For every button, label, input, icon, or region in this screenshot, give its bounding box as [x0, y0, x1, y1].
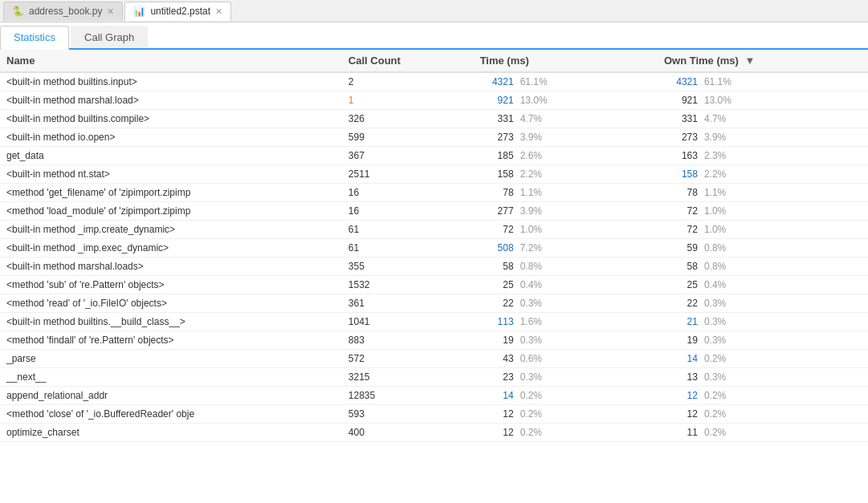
time-value: 12 — [480, 427, 514, 438]
owntime-value: 78 — [664, 187, 698, 198]
cell-owntime: 190.3% — [658, 331, 868, 350]
table-row[interactable]: <method 'sub' of 're.Pattern' objects>15… — [0, 276, 868, 294]
owntime-value: 163 — [664, 150, 698, 161]
cell-name: <method 'get_filename' of 'zipimport.zip… — [0, 184, 342, 202]
cell-time: 120.2% — [474, 424, 658, 442]
cell-owntime: 721.0% — [658, 221, 868, 239]
table-row[interactable]: __next__3215230.3%130.3% — [0, 368, 868, 387]
cell-count: 599 — [342, 128, 474, 147]
table-row[interactable]: <method 'close' of '_io.BufferedReader' … — [0, 405, 868, 424]
file-tab-pstat-label: untitled2.pstat — [150, 6, 210, 17]
cell-name: <method 'read' of '_io.FileIO' objects> — [0, 294, 342, 313]
owntime-value: 72 — [664, 224, 698, 235]
cell-time: 1131.6% — [474, 313, 658, 331]
time-percent: 7.2% — [520, 242, 542, 254]
cell-owntime: 140.2% — [658, 350, 868, 368]
cell-name: <built-in method builtins.input> — [0, 72, 342, 91]
time-value: 19 — [480, 335, 514, 346]
table-row[interactable]: <built-in method _imp.exec_dynamic>61508… — [0, 239, 868, 258]
cell-count: 355 — [342, 258, 474, 276]
time-percent: 1.1% — [520, 187, 542, 198]
cell-owntime: 1632.3% — [658, 147, 868, 165]
cell-name: <built-in method io.open> — [0, 128, 342, 147]
sort-arrow-icon: ▼ — [745, 55, 756, 67]
table-row[interactable]: <built-in method marshal.load>192113.0%9… — [0, 91, 868, 110]
owntime-percent: 1.1% — [704, 187, 726, 198]
time-percent: 3.9% — [520, 205, 542, 217]
time-percent: 0.8% — [520, 261, 542, 272]
table-row[interactable]: <built-in method nt.stat>25111582.2%1582… — [0, 165, 868, 184]
time-percent: 0.2% — [520, 427, 542, 438]
cell-count: 572 — [342, 350, 474, 368]
cell-count: 12835 — [342, 387, 474, 405]
col-header-callcount[interactable]: Call Count — [342, 50, 474, 72]
table-row[interactable]: <method 'findall' of 're.Pattern' object… — [0, 331, 868, 350]
cell-owntime: 110.2% — [658, 424, 868, 442]
table-row[interactable]: <built-in method builtins.input>2432161.… — [0, 72, 868, 91]
table-row[interactable]: <built-in method io.open>5992733.9%2733.… — [0, 128, 868, 147]
file-tab-pstat-close[interactable]: ✕ — [215, 6, 222, 17]
owntime-value: 273 — [664, 132, 698, 143]
pstat-file-icon: 📊 — [133, 6, 145, 17]
owntime-value: 4321 — [664, 76, 698, 87]
owntime-value: 21 — [664, 316, 698, 327]
cell-name: <built-in method marshal.load> — [0, 91, 342, 110]
nav-tabs: Statistics Call Graph — [0, 22, 868, 50]
owntime-value: 12 — [664, 408, 698, 420]
cell-count: 1 — [342, 91, 474, 110]
cell-time: 2733.9% — [474, 128, 658, 147]
table-row[interactable]: <built-in method _imp.create_dynamic>617… — [0, 221, 868, 239]
statistics-table: Name Call Count Time (ms) Own Time (ms) … — [0, 50, 868, 442]
time-value: 921 — [480, 95, 514, 106]
owntime-percent: 0.8% — [704, 261, 726, 272]
file-tab-address-close[interactable]: ✕ — [107, 6, 114, 17]
time-value: 277 — [480, 205, 514, 217]
table-row[interactable]: <built-in method builtins.compile>326331… — [0, 110, 868, 128]
cell-name: <built-in method builtins.compile> — [0, 110, 342, 128]
time-percent: 13.0% — [520, 95, 548, 106]
tab-callgraph[interactable]: Call Graph — [71, 26, 148, 48]
owntime-percent: 0.4% — [704, 279, 726, 290]
cell-owntime: 1582.2% — [658, 165, 868, 184]
cell-name: append_relational_addr — [0, 387, 342, 405]
owntime-percent: 13.0% — [704, 95, 731, 106]
table-row[interactable]: get_data3671852.6%1632.3% — [0, 147, 868, 165]
time-percent: 0.3% — [520, 298, 542, 309]
table-row[interactable]: _parse572430.6%140.2% — [0, 350, 868, 368]
cell-name: <built-in method nt.stat> — [0, 165, 342, 184]
owntime-percent: 0.3% — [704, 371, 726, 383]
table-row[interactable]: append_relational_addr12835140.2%120.2% — [0, 387, 868, 405]
table-row[interactable]: optimize_charset400120.2%110.2% — [0, 424, 868, 442]
time-value: 273 — [480, 132, 514, 143]
cell-name: _parse — [0, 350, 342, 368]
table-row[interactable]: <method 'get_filename' of 'zipimport.zip… — [0, 184, 868, 202]
cell-name: <built-in method marshal.loads> — [0, 258, 342, 276]
col-header-time[interactable]: Time (ms) — [474, 50, 658, 72]
cell-time: 1582.2% — [474, 165, 658, 184]
table-row[interactable]: <method 'load_module' of 'zipimport.zipi… — [0, 202, 868, 221]
time-percent: 1.6% — [520, 316, 542, 327]
cell-time: 3314.7% — [474, 110, 658, 128]
file-tab-address[interactable]: 🐍 address_book.py ✕ — [3, 2, 123, 21]
cell-count: 61 — [342, 239, 474, 258]
time-percent: 3.9% — [520, 132, 542, 143]
cell-name: __next__ — [0, 368, 342, 387]
time-value: 25 — [480, 279, 514, 290]
cell-name: <method 'findall' of 're.Pattern' object… — [0, 331, 342, 350]
table-row[interactable]: <built-in method builtins.__build_class_… — [0, 313, 868, 331]
cell-owntime: 781.1% — [658, 184, 868, 202]
cell-count: 2 — [342, 72, 474, 91]
owntime-value: 19 — [664, 335, 698, 346]
owntime-percent: 0.3% — [704, 298, 726, 309]
statistics-table-wrapper[interactable]: Name Call Count Time (ms) Own Time (ms) … — [0, 50, 868, 503]
title-bar: 🐍 address_book.py ✕ 📊 untitled2.pstat ✕ — [0, 0, 868, 22]
col-header-name[interactable]: Name — [0, 50, 342, 72]
cell-count: 326 — [342, 110, 474, 128]
tab-statistics[interactable]: Statistics — [0, 26, 69, 50]
col-header-owntime[interactable]: Own Time (ms) ▼ — [658, 50, 868, 72]
file-tab-pstat[interactable]: 📊 untitled2.pstat ✕ — [124, 2, 231, 21]
time-value: 43 — [480, 353, 514, 364]
table-row[interactable]: <method 'read' of '_io.FileIO' objects>3… — [0, 294, 868, 313]
table-row[interactable]: <built-in method marshal.loads>355580.8%… — [0, 258, 868, 276]
cell-name: <built-in method builtins.__build_class_… — [0, 313, 342, 331]
